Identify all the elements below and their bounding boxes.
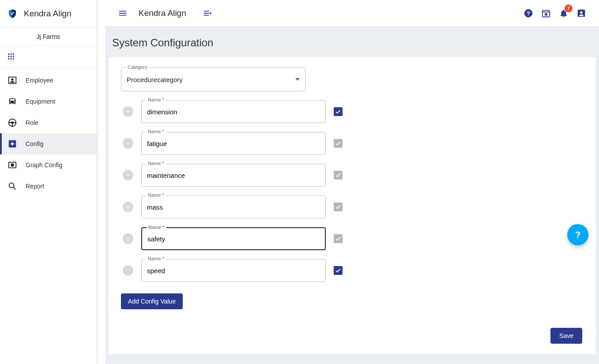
svg-rect-24 xyxy=(126,143,130,143)
calendar-button[interactable] xyxy=(537,4,555,22)
svg-point-11 xyxy=(11,122,13,124)
menu-open-icon xyxy=(203,8,212,18)
sidebar-item-report[interactable]: Report xyxy=(0,176,97,197)
row-checkbox[interactable] xyxy=(334,139,343,148)
name-label: Name * xyxy=(146,129,166,134)
name-field[interactable]: Name * xyxy=(141,100,326,123)
settings-app-icon xyxy=(7,139,18,149)
add-config-value-button[interactable]: Add Config Value xyxy=(121,293,183,309)
brand: Kendra Align xyxy=(0,0,97,27)
name-field[interactable]: Name * xyxy=(141,259,326,282)
sidebar-item-label: Config xyxy=(26,140,43,147)
svg-rect-6 xyxy=(8,58,9,60)
remove-row-button[interactable] xyxy=(123,170,133,180)
name-label: Name * xyxy=(147,225,166,230)
name-label: Name * xyxy=(146,97,166,102)
config-row: Name * xyxy=(121,164,583,187)
topbar-title: Kendra Align xyxy=(139,8,186,18)
row-checkbox[interactable] xyxy=(334,266,343,275)
name-input[interactable] xyxy=(147,267,320,274)
config-row: Name * xyxy=(121,132,583,155)
nav-list: Employee Equipment Role Config Graph Con… xyxy=(0,68,97,197)
config-row: Name * xyxy=(121,195,583,218)
name-input[interactable] xyxy=(147,172,320,179)
shield-icon xyxy=(7,8,18,19)
remove-row-button[interactable] xyxy=(123,265,133,276)
sidebar-item-label: Role xyxy=(26,119,38,126)
menu-button[interactable] xyxy=(114,4,132,22)
row-checkbox[interactable] xyxy=(334,171,343,180)
dropdown-arrow-icon xyxy=(295,78,300,81)
tenant-name: Jj Farms xyxy=(0,27,97,46)
svg-point-22 xyxy=(580,11,583,14)
row-checkbox[interactable] xyxy=(334,107,343,116)
content: System Configuration Category Procedurec… xyxy=(105,27,599,364)
help-circle-icon: ? xyxy=(524,8,533,18)
name-label: Name * xyxy=(146,256,166,261)
svg-rect-5 xyxy=(13,56,14,57)
svg-point-15 xyxy=(11,164,14,166)
sidebar-item-graph-config[interactable]: Graph Config xyxy=(0,154,97,176)
name-input[interactable] xyxy=(147,108,320,116)
name-input[interactable] xyxy=(147,203,320,211)
steering-icon xyxy=(7,117,18,128)
svg-rect-25 xyxy=(126,175,130,175)
help-fab[interactable]: ? xyxy=(567,224,588,245)
svg-rect-23 xyxy=(126,111,130,112)
sidebar-item-label: Equipment xyxy=(26,98,55,105)
svg-point-16 xyxy=(9,183,14,188)
sidebar-item-label: Employee xyxy=(26,77,53,84)
sidebar: Kendra Align Jj Farms Employee Equipment… xyxy=(0,0,97,364)
svg-rect-2 xyxy=(13,53,14,55)
svg-rect-8 xyxy=(13,58,14,60)
row-checkbox[interactable] xyxy=(334,203,343,211)
svg-rect-7 xyxy=(11,58,12,60)
name-field[interactable]: Name * xyxy=(141,195,326,218)
name-field[interactable]: Name * xyxy=(141,164,326,187)
svg-rect-3 xyxy=(8,56,9,57)
category-label: Category xyxy=(126,64,149,70)
svg-rect-0 xyxy=(8,53,9,55)
page-title: System Configuration xyxy=(105,27,599,57)
brand-title: Kendra Align xyxy=(24,9,72,19)
remove-row-button[interactable] xyxy=(123,138,133,149)
sidebar-item-equipment[interactable]: Equipment xyxy=(0,91,97,112)
svg-point-9 xyxy=(11,78,14,81)
remove-row-button[interactable] xyxy=(123,233,133,244)
category-value: Procedurecategory xyxy=(127,76,183,83)
notification-badge: 7 xyxy=(565,4,573,12)
name-field[interactable]: Name * xyxy=(141,227,326,250)
name-input[interactable] xyxy=(147,235,320,243)
svg-rect-26 xyxy=(126,206,130,207)
collapse-menu-button[interactable] xyxy=(199,4,216,22)
sidebar-item-config[interactable]: Config xyxy=(0,133,97,154)
config-row: Name * xyxy=(121,259,583,282)
config-row: Name * xyxy=(121,227,583,250)
account-button[interactable] xyxy=(573,4,590,22)
search-icon xyxy=(7,181,18,191)
bus-icon xyxy=(7,96,18,107)
sidebar-item-label: Report xyxy=(26,183,44,190)
calendar-icon xyxy=(541,8,551,18)
name-field[interactable]: Name * xyxy=(141,132,326,155)
svg-rect-28 xyxy=(126,270,130,270)
save-button[interactable]: Save xyxy=(550,328,582,344)
account-box-icon xyxy=(576,8,586,18)
apps-icon[interactable] xyxy=(7,53,90,60)
name-input[interactable] xyxy=(147,140,320,147)
svg-rect-1 xyxy=(11,53,12,55)
sidebar-item-label: Graph Config xyxy=(26,161,62,169)
row-checkbox[interactable] xyxy=(334,234,343,243)
help-button[interactable]: ? xyxy=(520,4,537,22)
sidebar-item-role[interactable]: Role xyxy=(0,112,97,133)
brightness-box-icon xyxy=(7,160,18,170)
svg-point-13 xyxy=(11,143,14,145)
remove-row-button[interactable] xyxy=(123,106,133,117)
topbar: Kendra Align ? 7 xyxy=(105,0,599,27)
remove-row-button[interactable] xyxy=(123,202,133,212)
person-box-icon xyxy=(7,75,18,86)
name-label: Name * xyxy=(146,161,166,166)
category-select[interactable]: Category Procedurecategory xyxy=(121,68,305,91)
hamburger-icon xyxy=(118,8,128,18)
sidebar-item-employee[interactable]: Employee xyxy=(0,70,97,91)
